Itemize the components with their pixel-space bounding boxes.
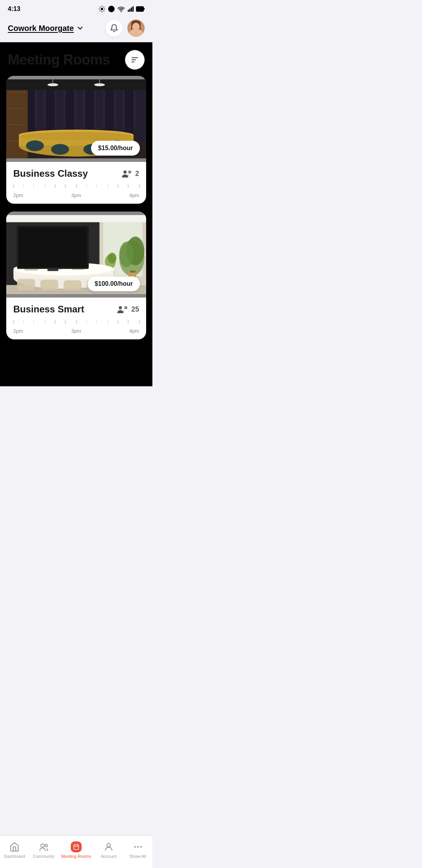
svg-rect-7: [132, 6, 134, 12]
svg-rect-37: [135, 90, 146, 141]
room-name-1: Business Classy: [13, 168, 88, 179]
svg-point-14: [132, 23, 140, 32]
svg-point-3: [111, 9, 112, 10]
avatar-button[interactable]: [127, 20, 145, 37]
svg-point-88: [119, 306, 122, 309]
svg-rect-6: [131, 7, 132, 12]
rooms-content: $15.00/hour Business Classy 2: [0, 76, 152, 386]
page-title: Meeting Rooms: [8, 52, 110, 68]
people-icon-1: [122, 169, 133, 178]
svg-rect-58: [6, 215, 146, 222]
time-label-row-1: 2pm 3pm 4pm: [13, 192, 139, 198]
status-icons: [98, 5, 145, 13]
capacity-number-1: 2: [135, 170, 139, 178]
time-4pm-2: 4pm: [129, 328, 139, 334]
svg-rect-80: [64, 280, 82, 291]
svg-point-64: [119, 242, 134, 267]
workspace-name[interactable]: Cowork Moorgate: [8, 24, 74, 33]
activity-icon: [98, 5, 106, 13]
header: Cowork Moorgate: [0, 16, 152, 42]
svg-rect-78: [17, 279, 35, 290]
svg-rect-40: [8, 108, 26, 109]
room-name-2: Business Smart: [13, 304, 84, 315]
svg-point-50: [21, 132, 132, 140]
room-image-container-1: $15.00/hour: [6, 76, 146, 162]
status-time: 4:13: [8, 5, 20, 13]
svg-rect-74: [6, 291, 146, 292]
room-card-business-smart[interactable]: $100.00/hour Business Smart 25: [6, 212, 146, 339]
svg-point-17: [131, 31, 141, 37]
battery-icon: [136, 6, 145, 12]
time-label-row-2: 2pm 3pm 4pm: [13, 328, 139, 334]
room-info-1: Business Classy 2: [6, 162, 146, 204]
time-2pm-1: 2pm: [13, 192, 23, 198]
svg-rect-12: [131, 23, 133, 30]
capacity-number-2: 25: [131, 305, 139, 314]
svg-point-56: [128, 170, 131, 174]
signal-icon: [127, 6, 134, 12]
tick-row-2: [13, 320, 139, 325]
svg-rect-5: [129, 9, 131, 12]
time-4pm-1: 4pm: [129, 192, 139, 198]
price-badge-1: $15.00/hour: [91, 141, 140, 156]
time-3pm-1: 3pm: [71, 192, 81, 198]
svg-rect-4: [128, 10, 129, 12]
price-text-1: $15.00/hour: [98, 145, 133, 151]
svg-point-16: [137, 27, 138, 28]
svg-point-11: [131, 20, 141, 27]
svg-point-0: [101, 8, 103, 10]
svg-rect-41: [8, 124, 26, 125]
room-name-row-1: Business Classy 2: [13, 168, 139, 179]
bell-button[interactable]: [106, 20, 123, 37]
avatar-image: [127, 20, 145, 37]
timeline-2: 2pm 3pm 4pm: [13, 320, 139, 334]
room-image-container-2: $100.00/hour: [6, 212, 146, 298]
time-3pm-2: 3pm: [71, 328, 81, 334]
svg-rect-22: [6, 79, 146, 90]
chevron-down-icon[interactable]: [76, 24, 84, 32]
svg-point-51: [26, 140, 44, 151]
header-left: Cowork Moorgate: [8, 24, 84, 33]
svg-rect-13: [139, 23, 141, 30]
svg-point-52: [51, 144, 69, 155]
capacity-badge-2: 25: [117, 305, 139, 314]
svg-point-67: [108, 253, 116, 264]
svg-rect-39: [8, 92, 26, 93]
price-badge-2: $100.00/hour: [88, 276, 140, 291]
capacity-badge-1: 2: [122, 169, 139, 178]
room-info-2: Business Smart 25: [6, 298, 146, 339]
svg-point-15: [134, 27, 135, 28]
page-header: Meeting Rooms: [0, 42, 152, 76]
wifi-icon: [117, 5, 125, 13]
svg-rect-79: [40, 280, 58, 290]
svg-rect-87: [48, 268, 59, 271]
avatar: [127, 20, 145, 37]
room-card-business-classy[interactable]: $15.00/hour Business Classy 2: [6, 76, 146, 204]
time-2pm-2: 2pm: [13, 328, 23, 334]
filter-icon: [131, 56, 139, 64]
target-icon: [108, 5, 115, 13]
timeline-1: 2pm 3pm 4pm: [13, 185, 139, 198]
svg-point-55: [123, 170, 127, 174]
filter-button[interactable]: [125, 50, 145, 70]
svg-rect-9: [137, 7, 142, 11]
price-text-2: $100.00/hour: [95, 280, 133, 287]
people-icon-2: [117, 305, 129, 314]
bell-icon: [110, 24, 118, 32]
svg-point-89: [124, 306, 127, 309]
room-name-row-2: Business Smart 25: [13, 304, 139, 315]
tick-row-1: [13, 185, 139, 189]
header-icons: [106, 20, 145, 37]
svg-rect-86: [19, 228, 87, 267]
phone-screen: 4:13: [0, 0, 152, 386]
status-bar: 4:13: [0, 0, 152, 16]
